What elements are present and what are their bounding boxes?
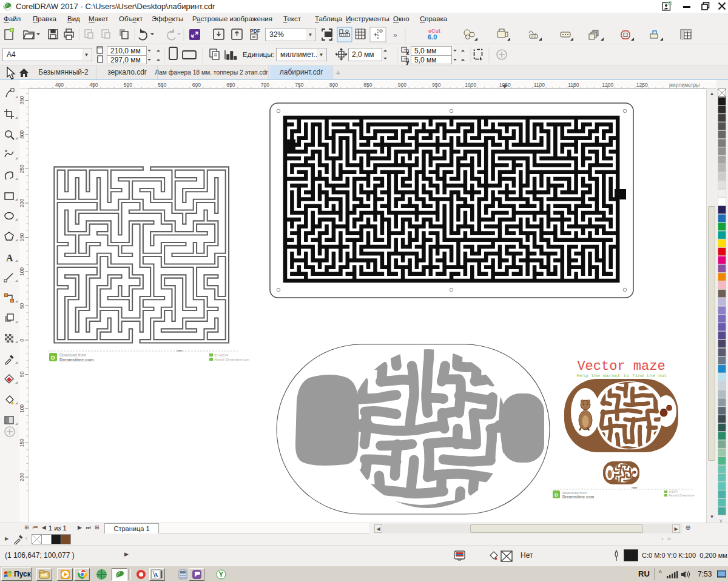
- svg-text:1250: 1250: [636, 82, 648, 88]
- svg-text:150: 150: [19, 438, 25, 447]
- svg-text:550: 550: [158, 82, 166, 88]
- svg-text:x: x: [406, 51, 409, 55]
- svg-text:D: D: [51, 355, 55, 361]
- svg-text:800: 800: [329, 82, 338, 88]
- svg-text:950: 950: [432, 82, 440, 88]
- svg-text:Dreamstime.com: Dreamstime.com: [562, 495, 595, 499]
- svg-text:1200: 1200: [602, 82, 613, 88]
- svg-text:141574: 141574: [669, 490, 678, 493]
- svg-text:150: 150: [19, 233, 25, 241]
- svg-text:A: A: [6, 253, 13, 263]
- svg-text:0: 0: [19, 338, 25, 341]
- svg-text:PDF: PDF: [250, 28, 260, 34]
- svg-text:400: 400: [55, 82, 64, 88]
- svg-text:Alexzel | Dreamstime: Alexzel | Dreamstime: [669, 494, 695, 497]
- svg-text:1100: 1100: [534, 82, 545, 88]
- svg-text:Download from: Download from: [59, 353, 86, 357]
- svg-text:350: 350: [19, 96, 25, 104]
- svg-text:»: »: [393, 31, 397, 39]
- svg-text:300: 300: [19, 130, 25, 139]
- svg-text:750: 750: [295, 82, 303, 88]
- svg-text:700: 700: [261, 82, 269, 88]
- svg-text:50: 50: [19, 372, 25, 378]
- svg-text:y: y: [406, 60, 409, 65]
- svg-text:50: 50: [19, 303, 25, 309]
- svg-text:900: 900: [398, 82, 406, 88]
- svg-text:100: 100: [19, 267, 25, 276]
- svg-text:200: 200: [19, 473, 25, 481]
- svg-text:450: 450: [89, 82, 98, 88]
- svg-text:500: 500: [124, 82, 132, 88]
- svg-text:Vector maze: Vector maze: [577, 359, 665, 374]
- svg-text:6.0: 6.0: [428, 33, 437, 41]
- svg-text:Help the marmot to find the nu: Help the marmot to find the nut: [577, 373, 667, 378]
- svg-text:850: 850: [363, 82, 372, 88]
- svg-text:1150: 1150: [568, 82, 579, 88]
- svg-text:Alexzel | Dreamstime.com: Alexzel | Dreamstime.com: [214, 358, 249, 361]
- svg-text:ID 141574: ID 141574: [214, 353, 228, 357]
- svg-text:250: 250: [19, 164, 25, 173]
- svg-text:650: 650: [226, 82, 235, 88]
- svg-text:D: D: [554, 492, 558, 498]
- svg-text:600: 600: [192, 82, 201, 88]
- svg-text:100: 100: [19, 404, 25, 413]
- svg-text:1000: 1000: [465, 82, 476, 88]
- svg-text:200: 200: [19, 199, 25, 207]
- svg-text:Dreamstime.com: Dreamstime.com: [59, 358, 93, 362]
